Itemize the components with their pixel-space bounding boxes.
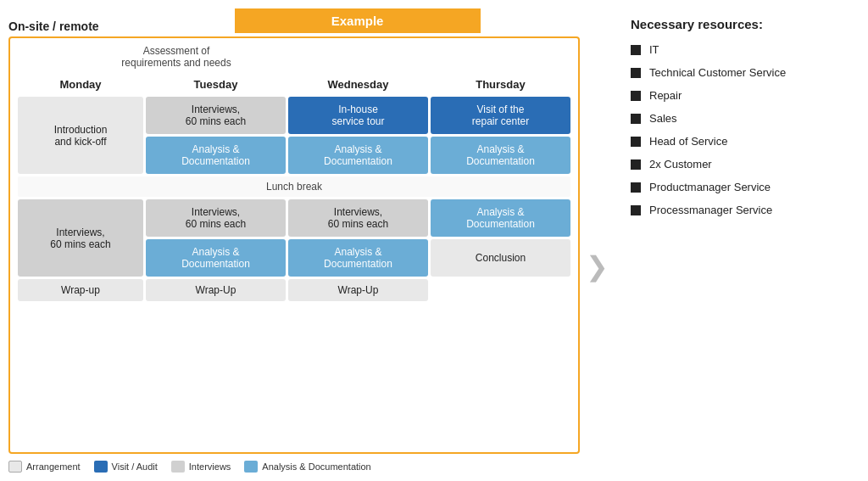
page-container: On-site / remote Example Assessment ofre… [0,0,868,481]
cell-mon-intro: Introductionand kick-off [18,97,143,174]
cell-thu-analysis2: Analysis &Documentation [431,199,570,237]
legend-label-analysis: Analysis & Documentation [262,461,370,472]
resource-list: IT Technical Customer Service Repair Sal… [631,43,860,216]
assessment-note: Assessment ofrequirements and needs [83,45,270,69]
legend-label-visit: Visit / Audit [112,461,158,472]
legend: Arrangement Visit / Audit Interviews Ana… [8,461,580,473]
cell-mon-wrapup: Wrap-up [18,279,143,301]
cell-wed-analysis1: Analysis &Documentation [288,137,428,174]
col-thursday: Thursday [431,75,570,94]
cell-tue-interview2: Interviews,60 mins each [146,199,286,237]
legend-label-arrangement: Arrangement [26,461,81,472]
resource-label: IT [649,43,659,56]
schedule-wrapper: Assessment ofrequirements and needs Mond… [8,36,580,454]
bullet-icon [631,45,641,55]
legend-box-visit [94,461,108,473]
cell-wed-interview2: Interviews,60 mins each [288,199,428,237]
list-item: Processmanager Service [631,204,860,216]
resource-label: Repair [649,89,682,102]
resource-label: Technical Customer Service [649,66,786,79]
sidebar-title: Necessary resources: [631,17,860,31]
list-item: Sales [631,112,860,125]
cell-thu-empty [431,279,570,301]
lunch-cell: Lunch break [18,176,570,197]
legend-analysis: Analysis & Documentation [244,461,370,473]
list-item: Head of Service [631,135,860,148]
cell-wed-wrapup: Wrap-Up [288,279,428,301]
col-monday: Monday [18,75,143,94]
cell-tue-analysis1: Analysis &Documentation [146,137,286,174]
list-item: IT [631,43,860,56]
cell-thu-conclusion: Conclusion [431,239,570,277]
cell-wed-inhouse: In-houseservice tour [288,97,428,134]
cell-mon-interview: Interviews,60 mins each [18,199,143,277]
top-header: On-site / remote Example [8,8,580,33]
schedule-table: Monday Tuesday Wednesday Thursday Introd… [15,72,573,304]
table-row: Wrap-up Wrap-Up Wrap-Up [18,279,570,301]
resource-label: Processmanager Service [649,204,772,216]
bullet-icon [631,68,641,78]
arrow-icon: ❯ [586,250,609,282]
bullet-icon [631,159,641,170]
legend-box-arrangement [8,461,22,473]
table-row: Introductionand kick-off Interviews,60 m… [18,97,570,134]
legend-visit: Visit / Audit [94,461,158,473]
resource-label: Sales [649,112,677,125]
cell-tue-analysis2: Analysis &Documentation [146,239,286,277]
legend-label-interviews: Interviews [189,461,231,472]
resource-label: 2x Customer [649,158,712,171]
cell-wed-analysis2: Analysis &Documentation [288,239,428,277]
legend-box-interviews [171,461,185,473]
cell-tue-interview1: Interviews,60 mins each [146,97,286,134]
bullet-icon [631,91,641,101]
example-banner: Example [235,8,481,33]
cell-thu-analysis1: Analysis &Documentation [431,137,570,174]
resource-label: Head of Service [649,135,728,148]
sidebar: Necessary resources: IT Technical Custom… [614,8,860,473]
bullet-icon [631,137,641,147]
col-tuesday: Tuesday [146,75,286,94]
bullet-icon [631,205,641,215]
table-row: Interviews,60 mins each Interviews,60 mi… [18,199,570,237]
main-area: On-site / remote Example Assessment ofre… [8,8,580,473]
legend-box-analysis [244,461,258,473]
cell-tue-wrapup: Wrap-Up [146,279,286,301]
cell-thu-visit: Visit of therepair center [431,97,570,134]
list-item: Productmanager Service [631,181,860,193]
list-item: Technical Customer Service [631,66,860,79]
legend-arrangement: Arrangement [8,461,81,473]
onsite-label: On-site / remote [8,20,99,33]
col-wednesday: Wednesday [288,75,428,94]
list-item: 2x Customer [631,158,860,171]
list-item: Repair [631,89,860,102]
legend-interviews: Interviews [171,461,231,473]
resource-label: Productmanager Service [649,181,771,193]
bullet-icon [631,114,641,124]
arrow-area: ❯ [580,8,614,473]
bullet-icon [631,182,641,193]
lunch-row: Lunch break [18,176,570,197]
